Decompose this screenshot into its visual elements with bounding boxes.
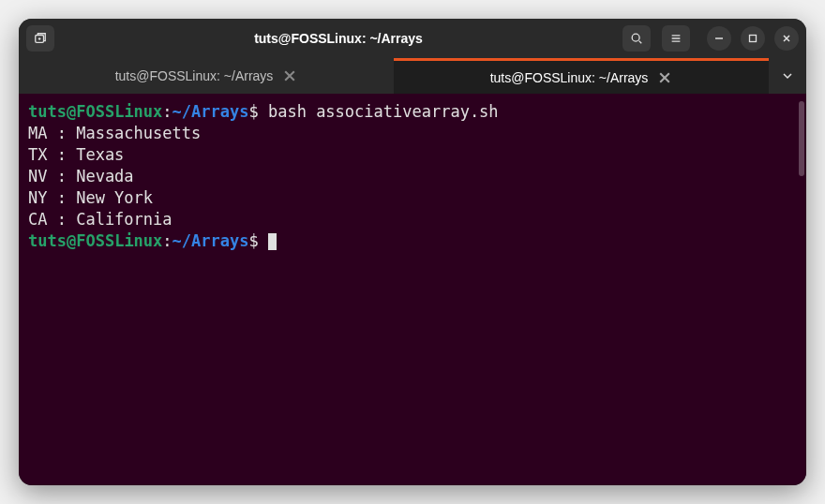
titlebar-right: [622, 25, 799, 52]
window-title: tuts@FOSSLinux: ~/Arrays: [62, 31, 615, 46]
prompt-colon: :: [162, 102, 172, 121]
prompt-line-2: tuts@FOSSLinux:~/Arrays$: [28, 230, 797, 252]
output-line: TX : Texas: [28, 144, 797, 166]
new-tab-button[interactable]: [26, 25, 54, 52]
prompt-host: FOSSLinux: [76, 102, 162, 121]
prompt-at: @: [67, 102, 76, 121]
titlebar-left: [26, 25, 54, 52]
tab-close-button[interactable]: [282, 68, 297, 83]
prompt-user: tuts: [28, 231, 67, 250]
terminal-body[interactable]: tuts@FOSSLinux:~/Arrays$ bash associativ…: [19, 94, 806, 485]
menu-button[interactable]: [662, 25, 690, 52]
svg-rect-2: [750, 36, 757, 42]
output-line: MA : Massachusetts: [28, 123, 797, 144]
chevron-down-icon: [782, 70, 793, 82]
tab-2[interactable]: tuts@FOSSLinux: ~/Arrays: [394, 58, 769, 94]
prompt-user: tuts: [28, 102, 67, 121]
titlebar: tuts@FOSSLinux: ~/Arrays: [19, 19, 806, 58]
prompt-line-1: tuts@FOSSLinux:~/Arrays$ bash associativ…: [28, 101, 797, 123]
close-icon: [282, 68, 297, 83]
tab-close-button[interactable]: [657, 70, 672, 85]
command-text: bash associativearray.sh: [259, 102, 499, 121]
terminal-window: tuts@FOSSLinux: ~/Arrays: [19, 19, 806, 485]
output-line: NV : Nevada: [28, 166, 797, 187]
tab-label: tuts@FOSSLinux: ~/Arrays: [490, 70, 649, 85]
prompt-path: ~/Arrays: [172, 231, 249, 250]
search-icon: [630, 32, 643, 45]
svg-point-1: [632, 34, 639, 41]
new-tab-icon: [34, 32, 47, 45]
close-icon: [657, 70, 672, 85]
cursor: [268, 233, 277, 250]
prompt-host: FOSSLinux: [76, 231, 162, 250]
tab-dropdown-button[interactable]: [769, 58, 806, 94]
hamburger-icon: [669, 32, 682, 45]
tab-label: tuts@FOSSLinux: ~/Arrays: [115, 68, 274, 83]
minimize-button[interactable]: [707, 26, 731, 51]
prompt-colon: :: [162, 231, 172, 250]
prompt-symbol: $: [248, 231, 258, 250]
tabbar: tuts@FOSSLinux: ~/Arrays tuts@FOSSLinux:…: [19, 58, 806, 94]
prompt-path: ~/Arrays: [172, 102, 249, 121]
search-button[interactable]: [622, 25, 651, 52]
output-line: CA : California: [28, 209, 797, 230]
output-line: NY : New York: [28, 187, 797, 209]
maximize-icon: [748, 34, 758, 43]
close-icon: [782, 34, 791, 43]
tab-1[interactable]: tuts@FOSSLinux: ~/Arrays: [19, 58, 394, 94]
prompt-at: @: [67, 231, 76, 250]
window-controls: [707, 26, 799, 51]
maximize-button[interactable]: [741, 26, 765, 51]
prompt-symbol: $: [248, 102, 258, 121]
close-button[interactable]: [774, 26, 799, 51]
minimize-icon: [714, 34, 724, 43]
